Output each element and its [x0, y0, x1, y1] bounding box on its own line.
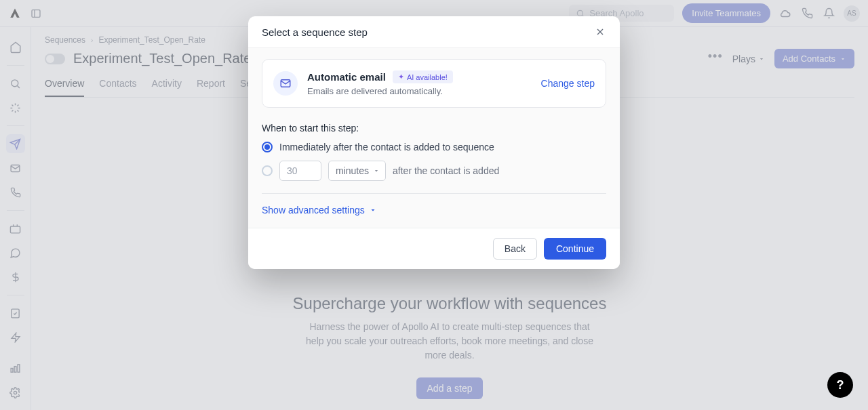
- ai-available-badge: ✦ AI available!: [393, 70, 453, 83]
- help-fab[interactable]: ?: [827, 372, 853, 398]
- radio-delay[interactable]: [262, 165, 273, 176]
- show-advanced-toggle[interactable]: Show advanced settings: [262, 205, 606, 216]
- option-immediate-label: Immediately after the contact is added t…: [279, 142, 494, 152]
- option-delay-row[interactable]: minutes after the contact is added: [262, 161, 606, 181]
- radio-immediate[interactable]: [262, 142, 273, 152]
- caret-down-icon: [373, 167, 380, 174]
- continue-button[interactable]: Continue: [544, 238, 606, 260]
- modal-title: Select a sequence step: [262, 26, 368, 38]
- delay-unit-select[interactable]: minutes: [328, 161, 386, 181]
- when-to-start-label: When to start this step:: [262, 123, 606, 134]
- sequence-step-modal: Select a sequence step Automatic email ✦…: [248, 16, 620, 269]
- modal-overlay[interactable]: Select a sequence step Automatic email ✦…: [0, 0, 868, 410]
- email-icon: [273, 71, 298, 96]
- delay-suffix: after the contact is added: [393, 165, 499, 176]
- step-subtitle: Emails are delivered automatically.: [307, 86, 453, 96]
- delay-amount-input[interactable]: [279, 161, 321, 181]
- back-button[interactable]: Back: [493, 238, 537, 260]
- option-immediate-row[interactable]: Immediately after the contact is added t…: [262, 142, 606, 152]
- advanced-label: Show advanced settings: [262, 205, 365, 216]
- change-step-link[interactable]: Change step: [541, 78, 595, 89]
- delay-unit-label: minutes: [336, 165, 369, 176]
- sparkle-icon: ✦: [398, 73, 404, 81]
- step-title: Automatic email: [307, 71, 386, 83]
- close-icon[interactable]: [594, 26, 606, 38]
- ai-badge-label: AI available!: [407, 73, 448, 81]
- selected-step-card: Automatic email ✦ AI available! Emails a…: [262, 59, 606, 108]
- chevron-down-icon: [369, 206, 377, 214]
